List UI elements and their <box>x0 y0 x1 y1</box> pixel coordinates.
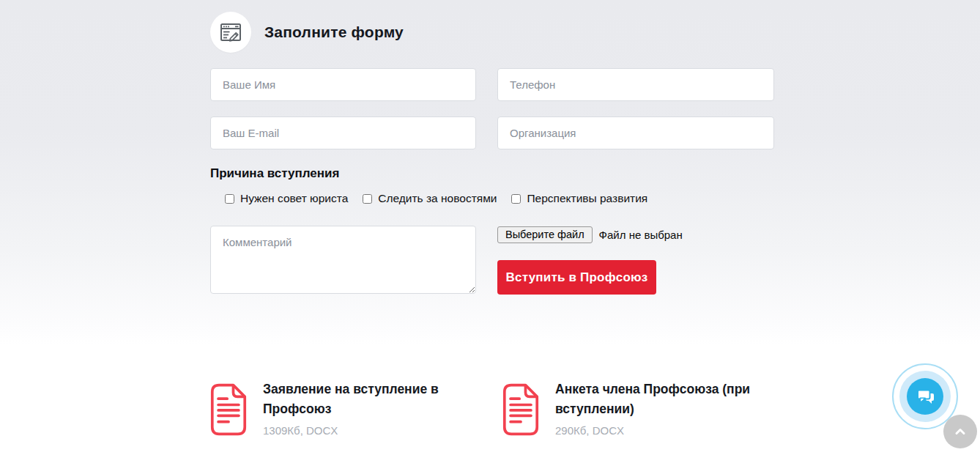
chat-pulse-ring-mid <box>899 371 951 422</box>
development-checkbox[interactable] <box>511 194 521 204</box>
follow-news-checkbox[interactable] <box>363 194 372 204</box>
document-link-questionnaire[interactable]: Анкета члена Профсоюза (при вступлении) … <box>497 380 774 438</box>
page-title: Заполните форму <box>264 23 404 41</box>
document-link-application[interactable]: Заявление на вступление в Профсоюз 1309К… <box>210 380 476 438</box>
email-field[interactable] <box>210 116 476 149</box>
documents-section: Заявление на вступление в Профсоюз 1309К… <box>210 380 774 438</box>
reason-options: Нужен совет юриста Следить за новостями … <box>210 192 774 205</box>
form-pencil-icon <box>218 20 243 45</box>
scroll-to-top-button[interactable] <box>943 415 977 448</box>
checkbox-follow-news[interactable]: Следить за новостями <box>363 192 497 205</box>
checkbox-label: Перспективы развития <box>527 192 647 205</box>
phone-field[interactable] <box>497 68 774 101</box>
comment-field[interactable] <box>210 226 476 294</box>
form-fields-grid <box>210 68 774 149</box>
checkbox-development[interactable]: Перспективы развития <box>511 192 647 205</box>
lawyer-advice-checkbox[interactable] <box>225 194 234 204</box>
form-bottom-grid: Выберите файл Файл не выбран Вступить в … <box>210 226 774 295</box>
document-text: Заявление на вступление в Профсоюз 1309К… <box>263 380 476 437</box>
document-text: Анкета члена Профсоюза (при вступлении) … <box>555 380 774 437</box>
checkbox-label: Нужен совет юриста <box>240 192 348 205</box>
reason-heading: Причина вступления <box>210 166 774 181</box>
document-meta: 1309Кб, DOCX <box>263 424 476 437</box>
document-title[interactable]: Заявление на вступление в Профсоюз <box>263 380 476 419</box>
document-title[interactable]: Анкета члена Профсоюза (при вступлении) <box>555 380 774 419</box>
document-icon <box>210 381 247 438</box>
file-input[interactable]: Выберите файл Файл не выбран <box>497 226 774 243</box>
document-meta: 290Кб, DOCX <box>555 424 774 437</box>
file-status-text: Файл не выбран <box>599 229 683 241</box>
checkbox-label: Следить за новостями <box>378 192 497 205</box>
form-header: Заполните форму <box>210 12 774 53</box>
name-field[interactable] <box>210 68 476 101</box>
document-icon <box>502 381 539 438</box>
organization-field[interactable] <box>497 116 774 149</box>
chat-bubbles-icon <box>916 387 935 407</box>
submit-button[interactable]: Вступить в Профсоюз <box>497 260 656 295</box>
choose-file-button[interactable]: Выберите файл <box>497 226 593 243</box>
file-and-submit: Выберите файл Файл не выбран Вступить в … <box>497 226 774 295</box>
chevron-up-icon <box>952 423 968 440</box>
join-form-section: Заполните форму Причина вступления Нужен… <box>210 12 774 295</box>
checkbox-lawyer-advice[interactable]: Нужен совет юриста <box>225 192 348 205</box>
form-icon-circle <box>210 12 251 53</box>
chat-button-core[interactable] <box>907 378 943 415</box>
page: Заполните форму Причина вступления Нужен… <box>0 0 980 455</box>
